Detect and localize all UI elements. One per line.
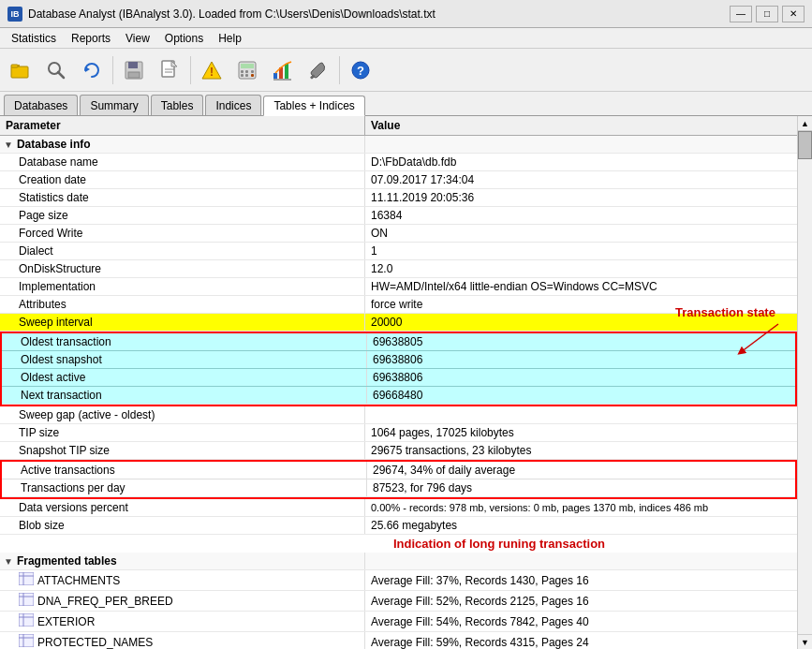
tabs-bar: Databases Summary Tables Indices Tables … bbox=[0, 92, 812, 116]
value-blob-size: 25.66 megabytes bbox=[365, 517, 797, 534]
scroll-up-button[interactable]: ▲ bbox=[798, 116, 812, 131]
param-oldest-active: Oldest active bbox=[2, 369, 367, 386]
row-database-name: Database name D:\FbData\db.fdb bbox=[0, 154, 797, 171]
svg-rect-40 bbox=[19, 634, 34, 647]
main-content: Parameter Value ▼ Database info Database… bbox=[0, 116, 812, 649]
param-next-transaction: Next transaction bbox=[2, 387, 367, 404]
minimize-button[interactable]: — bbox=[730, 6, 752, 22]
param-oldest-snapshot: Oldest snapshot bbox=[2, 351, 367, 368]
svg-rect-1 bbox=[11, 66, 28, 78]
param-forced-write: Forced Write bbox=[0, 225, 365, 242]
row-protected-names: PROTECTED_NAMES Average Fill: 59%, Recor… bbox=[0, 632, 797, 649]
scroll-down-button[interactable]: ▼ bbox=[798, 634, 812, 649]
svg-rect-19 bbox=[251, 70, 254, 73]
section-database-info: ▼ Database info bbox=[0, 136, 797, 154]
svg-rect-37 bbox=[19, 613, 34, 627]
expand-icon-fragmented[interactable]: ▼ bbox=[4, 556, 13, 567]
title-bar-left: IB Database Analyst (IBAnalyst 3.0). Loa… bbox=[7, 7, 436, 22]
svg-rect-2 bbox=[11, 65, 18, 67]
section-fragmented-value bbox=[365, 553, 797, 569]
tab-tables-indices[interactable]: Tables + Indices bbox=[263, 96, 364, 116]
transaction-block: Transaction state Oldest transaction 696… bbox=[0, 332, 797, 406]
svg-text:!: ! bbox=[210, 66, 214, 79]
window-controls: — □ ✕ bbox=[730, 6, 805, 22]
column-headers: Parameter Value bbox=[0, 116, 797, 136]
param-ondisk: OnDiskStructure bbox=[0, 260, 365, 277]
transaction-state-group: Oldest transaction 69638805 Oldest snaps… bbox=[0, 332, 797, 406]
row-forced-write: Forced Write ON bbox=[0, 225, 797, 243]
value-oldest-transaction: 69638805 bbox=[367, 333, 795, 350]
row-active-transactions: Active transactions 29674, 34% of daily … bbox=[2, 462, 795, 479]
param-implementation: Implementation bbox=[0, 278, 365, 295]
menu-reports[interactable]: Reports bbox=[64, 28, 118, 48]
chart-button[interactable] bbox=[266, 53, 300, 87]
row-sweep-interval: Sweep interval 20000 bbox=[0, 314, 797, 332]
param-page-size: Page size bbox=[0, 207, 365, 224]
content-area[interactable]: Parameter Value ▼ Database info Database… bbox=[0, 116, 797, 649]
value-data-versions: 0.00% - records: 978 mb, versions: 0 mb,… bbox=[365, 499, 797, 516]
title-text: Database Analyst (IBAnalyst 3.0). Loaded… bbox=[28, 7, 436, 21]
row-page-size: Page size 16384 bbox=[0, 207, 797, 225]
row-blob-size: Blob size 25.66 megabytes bbox=[0, 517, 797, 535]
row-ondisk: OnDiskStructure 12.0 bbox=[0, 260, 797, 278]
section-fragmented-tables: ▼ Fragmented tables bbox=[0, 553, 797, 570]
param-database-name: Database name bbox=[0, 154, 365, 170]
svg-rect-31 bbox=[19, 572, 34, 585]
value-active-transactions: 29674, 34% of daily average bbox=[367, 462, 795, 479]
value-attributes: force write bbox=[365, 296, 797, 313]
toolbar-sep-1 bbox=[112, 56, 113, 84]
tab-indices[interactable]: Indices bbox=[205, 95, 261, 115]
param-sweep-gap: Sweep gap (active - oldest) bbox=[0, 406, 365, 423]
table-icon-protected bbox=[19, 634, 34, 649]
param-attributes: Attributes bbox=[0, 296, 365, 313]
menu-statistics[interactable]: Statistics bbox=[4, 28, 64, 48]
scrollbar-thumb[interactable] bbox=[798, 131, 812, 159]
param-oldest-transaction: Oldest transaction bbox=[2, 333, 367, 350]
toolbar-sep-2 bbox=[190, 56, 191, 84]
menu-view[interactable]: View bbox=[118, 28, 157, 48]
tools-button[interactable] bbox=[302, 53, 335, 87]
value-sweep-gap bbox=[365, 406, 797, 423]
document-button[interactable] bbox=[153, 53, 186, 87]
open-button[interactable] bbox=[4, 53, 37, 87]
svg-marker-5 bbox=[85, 66, 90, 72]
value-dna-freq: Average Fill: 52%, Records 2125, Pages 1… bbox=[365, 591, 797, 611]
param-sweep-interval: Sweep interval bbox=[0, 314, 365, 331]
value-exterior: Average Fill: 54%, Records 7842, Pages 4… bbox=[365, 612, 797, 631]
value-sweep-interval: 20000 bbox=[365, 314, 797, 331]
svg-line-4 bbox=[58, 72, 64, 78]
table-icon-dna bbox=[19, 593, 34, 609]
maximize-button[interactable]: □ bbox=[756, 6, 778, 22]
svg-rect-18 bbox=[245, 70, 248, 73]
close-button[interactable]: ✕ bbox=[782, 6, 805, 22]
value-forced-write: ON bbox=[365, 225, 797, 242]
value-oldest-active: 69638806 bbox=[367, 369, 795, 386]
calculator-button[interactable] bbox=[230, 53, 264, 87]
value-oldest-snapshot: 69638806 bbox=[367, 351, 795, 368]
row-transactions-per-day: Transactions per day 87523, for 796 days bbox=[2, 479, 795, 497]
svg-rect-16 bbox=[241, 64, 254, 68]
value-dialect: 1 bbox=[365, 243, 797, 259]
menu-help[interactable]: Help bbox=[211, 28, 249, 48]
value-protected-names: Average Fill: 59%, Records 4315, Pages 2… bbox=[365, 632, 797, 649]
tab-tables[interactable]: Tables bbox=[151, 95, 204, 115]
param-active-transactions: Active transactions bbox=[2, 462, 367, 479]
menu-options[interactable]: Options bbox=[157, 28, 211, 48]
value-page-size: 16384 bbox=[365, 207, 797, 224]
title-bar: IB Database Analyst (IBAnalyst 3.0). Loa… bbox=[0, 0, 812, 28]
tab-databases[interactable]: Databases bbox=[4, 95, 78, 115]
help-button[interactable]: ? bbox=[344, 53, 377, 87]
svg-rect-34 bbox=[19, 593, 34, 606]
tab-summary[interactable]: Summary bbox=[80, 95, 148, 115]
search-button[interactable] bbox=[39, 53, 73, 87]
indication-annotation: Indication of long runing transaction bbox=[0, 535, 797, 553]
warning-button[interactable]: ! bbox=[195, 53, 229, 87]
value-transactions-per-day: 87523, for 796 days bbox=[367, 479, 795, 496]
section-value bbox=[365, 136, 797, 153]
refresh-button[interactable] bbox=[75, 53, 109, 87]
expand-icon[interactable]: ▼ bbox=[4, 140, 13, 150]
row-attributes: Attributes force write bbox=[0, 296, 797, 314]
scrollbar[interactable]: ▲ ▼ bbox=[797, 116, 812, 649]
save-button[interactable] bbox=[117, 53, 151, 87]
toolbar: ! ? bbox=[0, 49, 812, 92]
